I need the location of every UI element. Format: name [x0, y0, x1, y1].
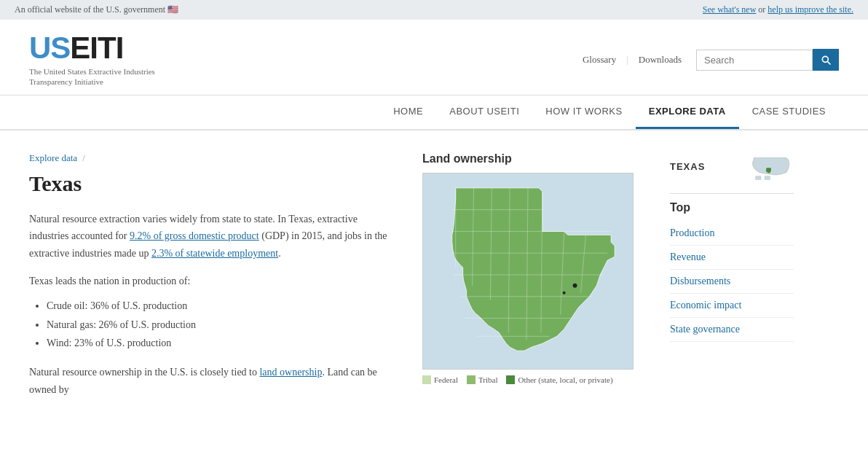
tribal-swatch — [467, 375, 476, 384]
state-header: TEXAS — [670, 152, 794, 182]
top-bar: An official website of the U.S. governme… — [0, 0, 868, 20]
top-bar-links: See what's new or help us improve the si… — [703, 4, 853, 15]
left-column: Explore data / Texas Natural resource ex… — [29, 152, 393, 399]
sidebar-links: Production Revenue Disbursements Economi… — [670, 222, 794, 342]
map-column: Land ownership — [422, 152, 641, 399]
employment-link[interactable]: 2.3% of statewide employment — [151, 248, 278, 259]
list-item: Crude oil: 36% of U.S. production — [47, 297, 393, 315]
sidebar: TEXAS Top Production Revenue Di — [670, 152, 794, 399]
breadcrumb-parent[interactable]: Explore data — [29, 152, 77, 163]
map-title: Land ownership — [422, 152, 641, 165]
site-header: USEITI The United States Extractive Indu… — [0, 20, 868, 95]
sidebar-link-item: State governance — [670, 318, 794, 342]
disbursements-link[interactable]: Disbursements — [670, 276, 730, 286]
header-right: Glossary | Downloads — [583, 49, 839, 71]
intro-paragraph: Natural resource extraction varies widel… — [29, 211, 393, 262]
economic-impact-link[interactable]: Economic impact — [670, 300, 741, 311]
texas-map — [423, 173, 633, 369]
nav-case-studies[interactable]: CASE STUDIES — [739, 95, 839, 129]
legend-other: Other (state, local, or private) — [506, 375, 612, 384]
breadcrumb: Explore data / — [29, 152, 393, 164]
sidebar-section-title: Top — [670, 193, 794, 214]
map-container[interactable] — [422, 173, 634, 370]
gdp-link[interactable]: 9.2% of gross domestic product — [130, 230, 259, 241]
logo-eiti: EITI — [70, 31, 123, 65]
lead-text: Texas leads the nation in production of: — [29, 273, 393, 290]
nav-how-it-works[interactable]: HOW IT WORKS — [532, 95, 635, 129]
help-link[interactable]: help us improve the site. — [768, 4, 853, 15]
state-governance-link[interactable]: State governance — [670, 324, 740, 335]
logo[interactable]: USEITI — [29, 33, 155, 63]
production-link[interactable]: Production — [670, 227, 714, 238]
downloads-link[interactable]: Downloads — [639, 54, 682, 66]
logo-area: USEITI The United States Extractive Indu… — [29, 33, 155, 87]
revenue-link[interactable]: Revenue — [670, 251, 706, 262]
sidebar-link-item: Disbursements — [670, 270, 794, 294]
nav-about[interactable]: ABOUT USEITI — [436, 95, 532, 129]
sidebar-link-item: Economic impact — [670, 294, 794, 318]
search-form — [696, 49, 839, 71]
sidebar-link-item: Revenue — [670, 246, 794, 270]
sidebar-link-item: Production — [670, 222, 794, 246]
other-label: Other (state, local, or private) — [518, 375, 612, 384]
legend-tribal: Tribal — [467, 375, 498, 384]
state-label: TEXAS — [670, 161, 705, 172]
other-swatch — [506, 375, 515, 384]
map-legend: Federal Tribal Other (state, local, or p… — [422, 375, 641, 384]
bottom-paragraph: Natural resource ownership in the U.S. i… — [29, 364, 393, 399]
list-item: Natural gas: 26% of U.S. production — [47, 316, 393, 334]
glossary-link[interactable]: Glossary — [583, 54, 616, 66]
main-nav: HOME ABOUT USEITI HOW IT WORKS EXPLORE D… — [0, 95, 868, 130]
search-input[interactable] — [696, 50, 813, 71]
svg-point-18 — [563, 291, 566, 294]
content-area: Explore data / Texas Natural resource ex… — [0, 130, 868, 413]
divider: | — [626, 54, 628, 66]
see-whats-new-link[interactable]: See what's new — [703, 4, 756, 15]
us-map-mini — [750, 152, 794, 182]
logo-us: US — [29, 31, 70, 65]
legend-federal: Federal — [422, 375, 458, 384]
nav-home[interactable]: HOME — [380, 95, 436, 129]
svg-point-17 — [573, 283, 577, 287]
list-item: Wind: 23% of U.S. production — [47, 335, 393, 352]
search-button[interactable] — [813, 49, 839, 71]
nav-explore-data[interactable]: EXPLORE DATA — [636, 95, 739, 129]
breadcrumb-separator: / — [82, 152, 85, 163]
federal-swatch — [422, 375, 431, 384]
logo-subtitle: The United States Extractive Industries … — [29, 66, 155, 87]
federal-label: Federal — [434, 375, 458, 384]
tribal-label: Tribal — [478, 375, 498, 384]
search-icon — [820, 54, 832, 66]
production-list: Crude oil: 36% of U.S. production Natura… — [29, 297, 393, 352]
header-links: Glossary | Downloads — [583, 54, 682, 66]
page-title: Texas — [29, 171, 393, 196]
land-ownership-link[interactable]: land ownership — [259, 367, 322, 378]
official-text: An official website of the U.S. governme… — [15, 4, 178, 15]
